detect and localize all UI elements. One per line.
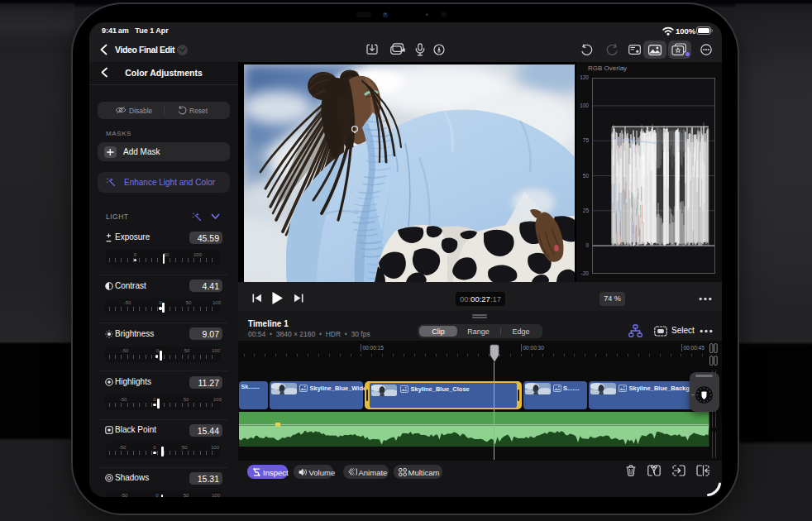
svg-text:100%: 100% <box>676 26 696 36</box>
